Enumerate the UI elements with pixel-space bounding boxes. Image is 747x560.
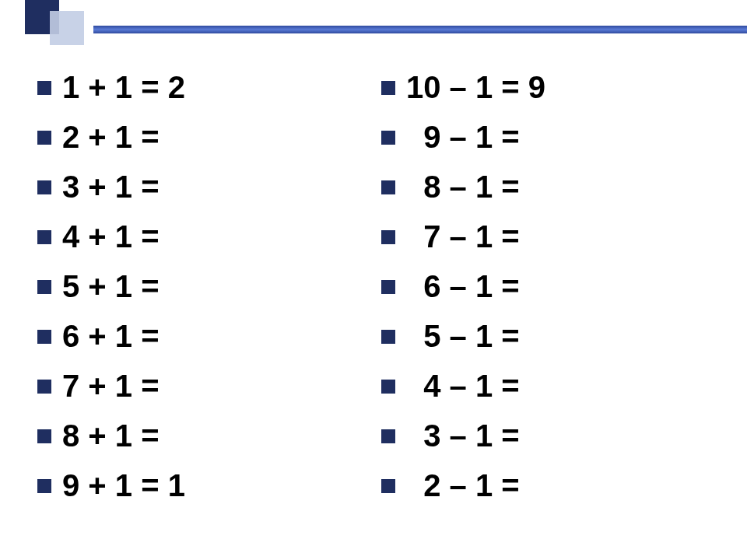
bullet-icon: [381, 280, 395, 294]
bullet-icon: [37, 330, 51, 344]
bullet-icon: [381, 230, 395, 244]
list-item: 4 – 1 =: [381, 370, 710, 401]
equation-text: 7 + 1 =: [62, 370, 160, 401]
equation-text: 3 – 1 =: [406, 420, 520, 451]
list-item: 8 – 1 =: [381, 171, 710, 202]
equation-text: 3 + 1 =: [62, 171, 160, 202]
bullet-icon: [37, 81, 51, 95]
bullet-icon: [37, 131, 51, 145]
list-item: 3 + 1 =: [37, 171, 366, 202]
list-item: 5 + 1 =: [37, 271, 366, 302]
bullet-icon: [381, 429, 395, 443]
list-item: 2 + 1 =: [37, 121, 366, 152]
equation-text: 9 – 1 =: [406, 121, 520, 152]
list-item: 7 + 1 =: [37, 370, 366, 401]
list-item: 1 + 1 = 2: [37, 72, 366, 103]
list-item: 3 – 1 =: [381, 420, 710, 451]
list-item: 2 – 1 =: [381, 470, 710, 501]
equation-text: 4 – 1 =: [406, 370, 520, 401]
list-item: 8 + 1 =: [37, 420, 366, 451]
left-column: 1 + 1 = 2 2 + 1 = 3 + 1 = 4 + 1 = 5 + 1 …: [37, 72, 366, 544]
bullet-icon: [381, 330, 395, 344]
equation-text: 7 – 1 =: [406, 221, 520, 252]
bullet-icon: [37, 280, 51, 294]
equation-text: 8 + 1 =: [62, 420, 160, 451]
list-item: 5 – 1 =: [381, 320, 710, 352]
equation-text: 10 – 1 = 9: [406, 72, 545, 103]
list-item: 4 + 1 =: [37, 221, 366, 252]
bullet-icon: [381, 180, 395, 194]
equation-text: 2 + 1 =: [62, 121, 160, 152]
bullet-icon: [37, 380, 51, 394]
equation-text: 1 + 1 = 2: [62, 72, 185, 103]
bullet-icon: [37, 180, 51, 194]
list-item: 9 + 1 = 1: [37, 470, 366, 501]
right-column: 10 – 1 = 9 9 – 1 = 8 – 1 = 7 – 1 = 6 – 1…: [381, 72, 710, 544]
list-item: 9 – 1 =: [381, 121, 710, 152]
list-item: 7 – 1 =: [381, 221, 710, 252]
slide-header-decoration: [0, 0, 747, 39]
equation-text: 6 – 1 =: [406, 271, 520, 302]
bullet-icon: [381, 81, 395, 95]
equation-text: 6 + 1 =: [62, 320, 160, 352]
header-bar: [93, 26, 747, 33]
list-item: 6 – 1 =: [381, 271, 710, 302]
list-item: 10 – 1 = 9: [381, 72, 710, 103]
bullet-icon: [381, 131, 395, 145]
header-square-light: [50, 11, 84, 45]
bullet-icon: [37, 429, 51, 443]
equation-text: 2 – 1 =: [406, 470, 520, 501]
equation-text: 5 + 1 =: [62, 271, 160, 302]
equation-text: 8 – 1 =: [406, 171, 520, 202]
bullet-icon: [381, 479, 395, 493]
list-item: 6 + 1 =: [37, 320, 366, 352]
equation-text: 4 + 1 =: [62, 221, 160, 252]
bullet-icon: [381, 380, 395, 394]
bullet-icon: [37, 230, 51, 244]
equation-text: 9 + 1 = 1: [62, 470, 185, 501]
slide-content: 1 + 1 = 2 2 + 1 = 3 + 1 = 4 + 1 = 5 + 1 …: [37, 72, 710, 544]
bullet-icon: [37, 479, 51, 493]
equation-text: 5 – 1 =: [406, 320, 520, 352]
